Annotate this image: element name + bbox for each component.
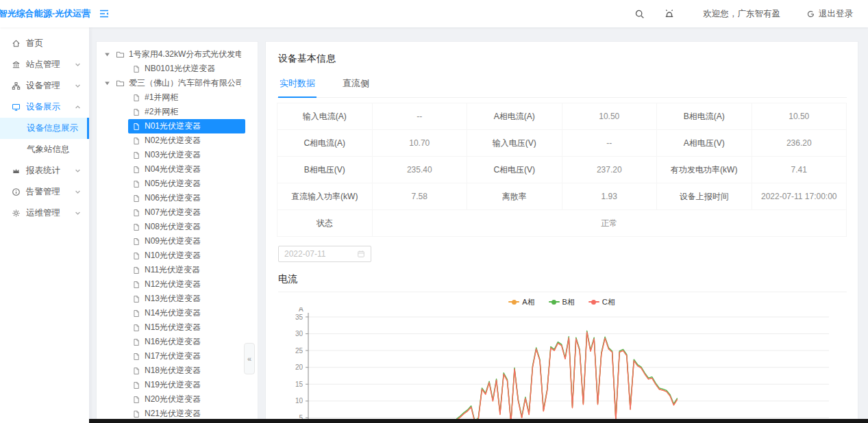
svg-text:30: 30	[295, 330, 303, 337]
legend-item[interactable]: B相	[549, 297, 575, 307]
tree-node-content[interactable]: N01光伏逆变器	[128, 119, 245, 133]
tab-realtime-data[interactable]: 实时数据	[278, 73, 317, 98]
tree-node-content[interactable]: N07光伏逆变器	[128, 205, 245, 220]
tree-node[interactable]: NB0101光伏逆变器	[97, 62, 258, 76]
sidebar-item-label: 站点管理	[26, 59, 60, 70]
info-label: 输入电压(V)	[467, 130, 562, 157]
date-picker[interactable]: 2022-07-11	[278, 246, 371, 262]
tree-node-content[interactable]: N09光伏逆变器	[128, 234, 245, 248]
info-label: 输入电流(A)	[277, 103, 373, 130]
file-icon	[132, 266, 140, 274]
tree-node-label: 爱三（佛山）汽车部件有限公司光伏发	[129, 77, 241, 89]
tree-node-label: N05光伏逆变器	[145, 178, 201, 190]
tree-node[interactable]: N04光伏逆变器	[97, 162, 258, 177]
info-label: 有功发电功率(kW)	[657, 157, 752, 183]
tree-node[interactable]: N20光伏逆变器	[97, 392, 258, 407]
tree-node[interactable]: N16光伏逆变器	[97, 335, 258, 349]
tree-collapse-handle[interactable]: «	[244, 343, 255, 374]
info-label: A相电压(V)	[657, 130, 752, 157]
bank-icon	[12, 60, 21, 69]
file-icon	[132, 194, 140, 203]
tree-node[interactable]: N17光伏逆变器	[97, 349, 258, 363]
tab-dc-side[interactable]: 直流侧	[341, 73, 371, 98]
sidebar-subitem-label: 设备信息展示	[27, 123, 78, 134]
logout-button[interactable]: 退出登录	[806, 8, 853, 20]
tree-node[interactable]: N02光伏逆变器	[97, 133, 258, 148]
tree-node-content[interactable]: N15光伏逆变器	[128, 320, 245, 335]
sidebar-item-home[interactable]: 首页	[0, 33, 89, 54]
chevron-down-icon	[75, 83, 81, 89]
file-icon	[132, 281, 140, 289]
tree-node-content[interactable]: #1并网柜	[128, 90, 245, 105]
info-label: 状态	[277, 210, 373, 237]
info-label: A相电流(A)	[467, 103, 562, 130]
tree-node-content[interactable]: N16光伏逆变器	[128, 335, 245, 349]
panel-title: 设备基本信息	[278, 53, 847, 65]
tree-node-content[interactable]: N06光伏逆变器	[128, 191, 245, 205]
tree-node[interactable]: N11光伏逆变器	[97, 263, 258, 277]
legend-item[interactable]: C相	[588, 297, 615, 307]
alert-icon[interactable]	[664, 8, 675, 19]
tree-node[interactable]: N06光伏逆变器	[97, 191, 258, 205]
tree-node-label: #2并网柜	[145, 106, 178, 118]
tree-node-content[interactable]: N18光伏逆变器	[128, 363, 245, 378]
sidebar-item-device-display[interactable]: 设备展示	[0, 97, 89, 118]
info-value: 10.50	[562, 103, 657, 130]
tree-node[interactable]: N13光伏逆变器	[97, 292, 258, 306]
legend-item[interactable]: A相	[508, 297, 534, 307]
device-tree-panel: 1号家用4.32kW分布式光伏发电站NB0101光伏逆变器爱三（佛山）汽车部件有…	[96, 41, 258, 423]
tree-node-content[interactable]: 1号家用4.32kW分布式光伏发电站	[112, 47, 245, 62]
sidebar-item-site-management[interactable]: 站点管理	[0, 54, 89, 75]
sidebar-item-device-management[interactable]: 设备管理	[0, 75, 89, 97]
tree-node[interactable]: N10光伏逆变器	[97, 248, 258, 263]
sidebar-item-operation-management[interactable]: 运维管理	[0, 203, 89, 224]
tree-node-content[interactable]: N13光伏逆变器	[128, 292, 245, 306]
menu-fold-button[interactable]	[99, 8, 110, 19]
sidebar-item-weather-station-info[interactable]: 气象站信息	[0, 139, 89, 160]
tree-node[interactable]: N09光伏逆变器	[97, 234, 258, 248]
tree-node[interactable]: N05光伏逆变器	[97, 177, 258, 191]
tree-node-content[interactable]: N04光伏逆变器	[128, 162, 245, 177]
sidebar-item-alarm-management[interactable]: 告警管理	[0, 181, 89, 203]
tree-node-content[interactable]: NB0101光伏逆变器	[128, 62, 245, 76]
tree-node[interactable]: N01光伏逆变器	[97, 119, 258, 133]
app-logo: 智光综合能源-光伏运营	[0, 0, 89, 27]
tree-node[interactable]: N07光伏逆变器	[97, 205, 258, 220]
tree-node-content[interactable]: 爱三（佛山）汽车部件有限公司光伏发	[112, 76, 245, 90]
search-icon[interactable]	[634, 9, 645, 19]
tree-node[interactable]: N19光伏逆变器	[97, 378, 258, 392]
tree-node[interactable]: N15光伏逆变器	[97, 320, 258, 335]
tree-node-content[interactable]: N20光伏逆变器	[128, 392, 245, 407]
tree-node-content[interactable]: N14光伏逆变器	[128, 306, 245, 320]
tree-node[interactable]: N03光伏逆变器	[97, 148, 258, 162]
sidebar-item-label: 报表统计	[26, 165, 60, 177]
caret-down-icon[interactable]	[102, 51, 112, 57]
tree-node-label: N07光伏逆变器	[145, 207, 201, 218]
tree-node[interactable]: N18光伏逆变器	[97, 363, 258, 378]
tree-node[interactable]: #2并网柜	[97, 105, 258, 119]
tree-node-label: N19光伏逆变器	[145, 379, 201, 391]
tree-node-content[interactable]: N05光伏逆变器	[128, 177, 245, 191]
tree-node-content[interactable]: N03光伏逆变器	[128, 148, 245, 162]
tree-node-content[interactable]: N12光伏逆变器	[128, 277, 245, 292]
tree-node[interactable]: #1并网柜	[97, 90, 258, 105]
tree-node[interactable]: N14光伏逆变器	[97, 306, 258, 320]
tree-node-content[interactable]: #2并网柜	[128, 105, 245, 119]
caret-down-icon[interactable]	[102, 80, 112, 86]
tree-node-content[interactable]: N02光伏逆变器	[128, 133, 245, 148]
tree-node-content[interactable]: N11光伏逆变器	[128, 263, 245, 277]
sidebar-item-device-info-display[interactable]: 设备信息展示	[0, 118, 89, 139]
tree-node-content[interactable]: N10光伏逆变器	[128, 248, 245, 263]
tree-node[interactable]: N12光伏逆变器	[97, 277, 258, 292]
file-icon	[132, 367, 140, 375]
tree-node-content[interactable]: N08光伏逆变器	[128, 220, 245, 234]
sidebar-item-report-statistics[interactable]: 报表统计	[0, 160, 89, 181]
tree-node-content[interactable]: N19光伏逆变器	[128, 378, 245, 392]
tree-node-label: N06光伏逆变器	[145, 192, 201, 204]
tree-node[interactable]: 1号家用4.32kW分布式光伏发电站	[97, 47, 258, 62]
file-icon	[132, 123, 140, 131]
tree-node[interactable]: N08光伏逆变器	[97, 220, 258, 234]
tree-node[interactable]: 爱三（佛山）汽车部件有限公司光伏发	[97, 76, 258, 90]
date-picker-value: 2022-07-11	[284, 249, 326, 259]
tree-node-content[interactable]: N17光伏逆变器	[128, 349, 245, 363]
